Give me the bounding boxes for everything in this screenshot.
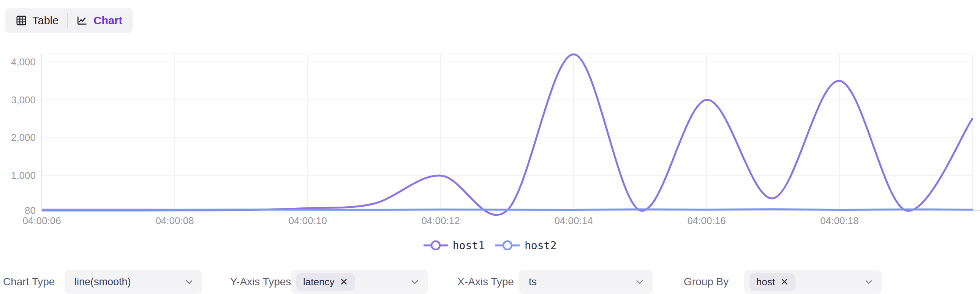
x-tick-label: 04:00:14 xyxy=(554,215,593,226)
y-tick-label: 4,000 xyxy=(11,56,36,68)
x-tick-label: 04:00:16 xyxy=(687,215,725,226)
series-line-host1 xyxy=(42,54,972,215)
x-tick-label: 04:00:18 xyxy=(820,215,858,226)
x-tick-label: 04:00:08 xyxy=(155,215,194,226)
chart-type-label: Chart Type xyxy=(3,270,55,294)
y-tick-label: 3,000 xyxy=(11,94,36,106)
group-by-tag-host: host✕ xyxy=(749,273,795,291)
y-axis-types-tag-latency: latency✕ xyxy=(296,273,355,291)
x-tick-label: 04:00:12 xyxy=(421,215,460,226)
y-axis-types-label: Y-Axis Types xyxy=(230,270,291,294)
legend-marker-host1-icon xyxy=(423,240,448,251)
chevron-down-icon xyxy=(409,277,420,287)
group-by-tag-label: host xyxy=(756,276,775,288)
y-tick-label: 80 xyxy=(25,205,36,216)
group-by-select[interactable]: host✕ xyxy=(744,270,881,294)
x-tick-label: 04:00:10 xyxy=(288,215,327,226)
chevron-down-icon xyxy=(184,277,194,287)
x-axis-type-select[interactable]: ts xyxy=(519,270,652,294)
y-tick-label: 1,000 xyxy=(11,170,36,181)
legend-item-host2[interactable]: host2 xyxy=(495,239,557,252)
remove-host-icon[interactable]: ✕ xyxy=(780,277,789,287)
remove-latency-icon[interactable]: ✕ xyxy=(340,277,348,287)
legend-marker-host2-icon xyxy=(495,240,520,251)
x-tick-label: 04:00:06 xyxy=(22,215,61,226)
legend-label-host1: host1 xyxy=(453,239,485,252)
line-chart-canvas: 801,0002,0003,0004,00004:00:0604:00:0804… xyxy=(0,23,980,228)
chart-type-value: line(smooth) xyxy=(75,276,131,288)
legend-label-host2: host2 xyxy=(525,239,557,252)
y-tick-label: 2,000 xyxy=(11,132,36,143)
group-by-label: Group By xyxy=(684,270,729,294)
chart-legend: host1host2 xyxy=(0,239,980,251)
x-axis-type-value: ts xyxy=(529,276,537,288)
chart-type-select[interactable]: line(smooth) xyxy=(65,270,202,294)
y-axis-types-select[interactable]: latency✕ xyxy=(291,270,428,294)
chevron-down-icon xyxy=(863,277,874,287)
y-axis-types-tag-label: latency xyxy=(303,276,334,288)
series-line-host2 xyxy=(42,209,972,210)
x-axis-type-label: X-Axis Type xyxy=(457,270,514,294)
legend-item-host1[interactable]: host1 xyxy=(423,239,485,252)
chevron-down-icon xyxy=(634,277,645,287)
